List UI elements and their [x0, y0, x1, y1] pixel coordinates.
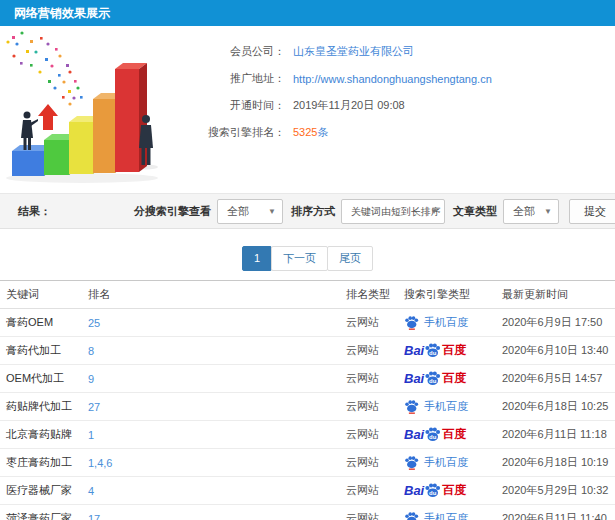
updated-cell: 2020年6月18日 10:19 [502, 449, 615, 477]
last-page-button[interactable]: 尾页 [327, 246, 373, 271]
baidu-paw-icon: du [424, 482, 441, 499]
rank-type-cell: 云网站 [346, 477, 404, 505]
baidu-paw-icon: du [424, 342, 441, 359]
baidu-paw-icon: du [424, 370, 441, 387]
rank-cell[interactable]: 25 [88, 309, 346, 337]
up-arrow [38, 104, 58, 130]
account-info-list: 会员公司： 山东皇圣堂药业有限公司 推广地址： http://www.shand… [185, 26, 615, 146]
rank-cell[interactable]: 17 [88, 505, 346, 520]
table-row: 药贴牌代加工27云网站 手机百度 2020年6月18日 10:25 [0, 393, 615, 421]
rank-type-cell: 云网站 [346, 421, 404, 449]
svg-text:du: du [429, 350, 437, 356]
rank-cell[interactable]: 8 [88, 337, 346, 365]
baidu-paw-icon [404, 455, 419, 470]
baidu-paw-icon [404, 399, 419, 414]
updated-cell: 2020年6月11日 11:40 [502, 505, 615, 520]
filter-bar: 结果： 分搜索引擎查看 全部 ▼ 排序方式 关键词由短到长排序 ▼ 文章类型 全… [0, 193, 615, 229]
mobile-baidu-badge: 手机百度 [404, 399, 502, 414]
mobile-baidu-badge: 手机百度 [404, 511, 502, 520]
info-row-rank-count: 搜索引擎排名： 5325条 [185, 119, 615, 146]
rank-cell[interactable]: 1 [88, 421, 346, 449]
rank-cell[interactable]: 9 [88, 365, 346, 393]
rank-type-cell: 云网站 [346, 365, 404, 393]
info-row-open-time: 开通时间： 2019年11月20日 09:08 [185, 92, 615, 119]
pagination: 1 下一页 尾页 [0, 246, 615, 271]
updated-cell: 2020年6月11日 11:18 [502, 421, 615, 449]
article-type-value: 全部 [513, 205, 535, 217]
svg-text:du: du [429, 490, 437, 496]
engine-label: 手机百度 [424, 455, 468, 470]
engine-filter-value: 全部 [227, 205, 249, 217]
rank-type-cell: 云网站 [346, 337, 404, 365]
rank-count-unit: 条 [317, 126, 328, 138]
page-button-current[interactable]: 1 [242, 246, 272, 271]
businessman-left [21, 112, 38, 151]
table-row: 膏药OEM25云网站 手机百度 2020年6月9日 17:50 [0, 309, 615, 337]
submit-button[interactable]: 提交 [569, 199, 615, 224]
baidu-logo: Bai du 百度 [404, 482, 502, 499]
table-row: 菏泽膏药厂家17云网站 手机百度 2020年6月11日 11:40 [0, 505, 615, 520]
chevron-down-icon: ▼ [430, 200, 438, 224]
sort-value: 关键词由短到长排序 [351, 206, 441, 217]
mobile-baidu-paw-icon [404, 315, 419, 330]
mobile-baidu-badge: 手机百度 [404, 315, 502, 330]
baidu-bai-text: Bai [404, 483, 424, 498]
engine-filter-select[interactable]: 全部 ▼ [217, 199, 283, 224]
rank-count-value: 5325条 [293, 125, 328, 140]
svg-text:du: du [429, 434, 437, 440]
chevron-down-icon: ▼ [544, 200, 552, 224]
account-info-section: 会员公司： 山东皇圣堂药业有限公司 推广地址： http://www.shand… [0, 26, 615, 193]
rank-cell[interactable]: 27 [88, 393, 346, 421]
rank-cell[interactable]: 1,4,6 [88, 449, 346, 477]
table-row: 枣庄膏药加工1,4,6云网站 手机百度 2020年6月18日 10:19 [0, 449, 615, 477]
engine-type-cell: Bai du 百度 [404, 477, 502, 505]
info-row-url: 推广地址： http://www.shandonghuangshengtang.… [185, 65, 615, 92]
promo-url-link[interactable]: http://www.shandonghuangshengtang.cn [293, 73, 492, 85]
baidu-chars-text: 百度 [442, 370, 466, 387]
updated-cell: 2020年6月10日 13:40 [502, 337, 615, 365]
promo-url-label: 推广地址： [185, 71, 285, 86]
keyword-cell: 医疗器械厂家 [0, 477, 88, 505]
next-page-button[interactable]: 下一页 [271, 246, 328, 271]
keyword-cell: 药贴牌代加工 [0, 393, 88, 421]
keyword-cell: 膏药OEM [0, 309, 88, 337]
keyword-cell: 枣庄膏药加工 [0, 449, 88, 477]
baidu-paw-icon: du [424, 370, 441, 387]
table-row: 北京膏药贴牌1云网站 Bai du 百度 2020年6月11日 11:18 [0, 421, 615, 449]
engine-type-cell: Bai du 百度 [404, 337, 502, 365]
result-label: 结果： [18, 204, 51, 219]
engine-type-cell: Bai du 百度 [404, 421, 502, 449]
rank-type-cell: 云网站 [346, 393, 404, 421]
keyword-cell: 北京膏药贴牌 [0, 421, 88, 449]
mobile-baidu-badge: 手机百度 [404, 455, 502, 470]
header-rank: 排名 [88, 281, 346, 309]
rank-type-cell: 云网站 [346, 309, 404, 337]
article-type-select[interactable]: 全部 ▼ [503, 199, 559, 224]
mobile-baidu-paw-icon [404, 455, 419, 470]
results-table-body: 膏药OEM25云网站 手机百度 2020年6月9日 17:50膏药代加工8云网站… [0, 309, 615, 520]
table-row: 膏药代加工8云网站 Bai du 百度 2020年6月10日 13:40 [0, 337, 615, 365]
info-row-company: 会员公司： 山东皇圣堂药业有限公司 [185, 38, 615, 65]
mobile-baidu-paw-icon [404, 399, 419, 414]
company-label: 会员公司： [185, 44, 285, 59]
engine-label: 手机百度 [424, 399, 468, 414]
baidu-chars-text: 百度 [442, 426, 466, 443]
open-time-label: 开通时间： [185, 98, 285, 113]
baidu-bai-text: Bai [404, 371, 424, 386]
baidu-logo: Bai du 百度 [404, 342, 502, 359]
window-title-bar: 网络营销效果展示 [0, 0, 615, 26]
updated-cell: 2020年6月5日 14:57 [502, 365, 615, 393]
baidu-paw-icon: du [424, 426, 441, 443]
baidu-logo: Bai du 百度 [404, 370, 502, 387]
keyword-cell: 菏泽膏药厂家 [0, 505, 88, 520]
engine-type-cell: 手机百度 [404, 505, 502, 520]
rank-cell[interactable]: 4 [88, 477, 346, 505]
engine-filter-label: 分搜索引擎查看 [134, 204, 211, 219]
baidu-paw-icon [404, 315, 419, 330]
mobile-baidu-paw-icon [404, 511, 419, 520]
sort-select[interactable]: 关键词由短到长排序 ▼ [341, 199, 445, 224]
growth-chart-illustration [0, 28, 185, 191]
company-link[interactable]: 山东皇圣堂药业有限公司 [293, 44, 414, 59]
header-keyword: 关键词 [0, 281, 88, 309]
table-header-row: 关键词 排名 排名类型 搜索引擎类型 最新更新时间 [0, 281, 615, 309]
